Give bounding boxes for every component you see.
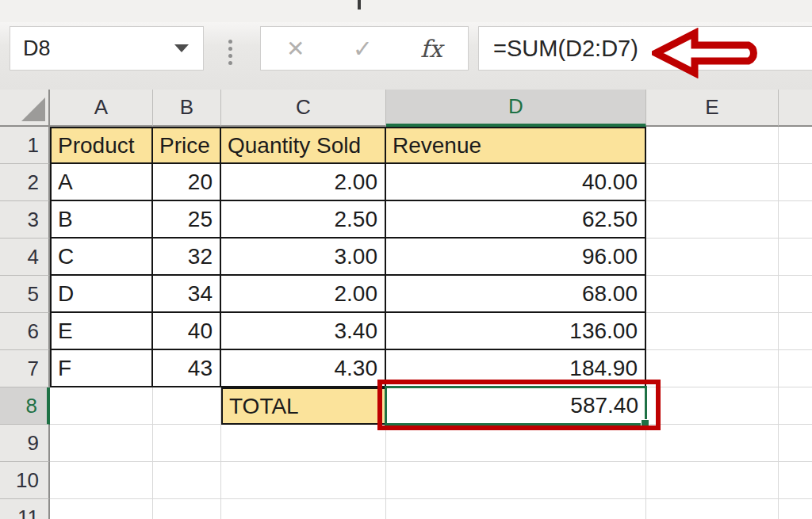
cell-E7[interactable] xyxy=(646,350,779,387)
column-header-C[interactable]: C xyxy=(221,90,386,127)
cell-F6[interactable] xyxy=(779,313,812,350)
cell-B5[interactable]: 34 xyxy=(153,276,221,313)
cell-E3[interactable] xyxy=(646,201,779,239)
cell-F1[interactable] xyxy=(779,127,812,164)
cell-D10[interactable] xyxy=(386,462,646,499)
cell-A2[interactable]: A xyxy=(50,164,153,201)
cell-C1[interactable]: Quantity Sold xyxy=(221,127,386,164)
cell-E9[interactable] xyxy=(646,425,779,462)
cancel-icon[interactable]: ✕ xyxy=(286,36,304,62)
cell-C10[interactable] xyxy=(221,462,386,499)
cell-B3[interactable]: 25 xyxy=(153,201,221,239)
cell-A7[interactable]: F xyxy=(50,350,153,387)
cell-D5[interactable]: 68.00 xyxy=(386,276,646,313)
cell-F8[interactable] xyxy=(779,387,812,425)
row-header-8[interactable]: 8 xyxy=(0,387,50,425)
cell-C4[interactable]: 3.00 xyxy=(221,239,386,276)
cell-B8[interactable] xyxy=(153,387,221,425)
cell-D2[interactable]: 40.00 xyxy=(386,164,646,201)
name-box[interactable]: D8 xyxy=(10,26,204,71)
cell-B11[interactable] xyxy=(153,499,221,519)
column-header-E[interactable]: E xyxy=(646,90,779,127)
column-header-F[interactable] xyxy=(779,90,812,127)
row-header-10[interactable]: 10 xyxy=(0,462,50,499)
name-box-value: D8 xyxy=(10,36,174,61)
cell-E1[interactable] xyxy=(646,127,779,164)
cell-F9[interactable] xyxy=(779,425,812,462)
formula-buttons: ✕ ✓ fx xyxy=(260,26,469,71)
cell-A4[interactable]: C xyxy=(50,239,153,276)
cell-A10[interactable] xyxy=(50,462,153,499)
select-all-triangle-icon xyxy=(21,97,45,121)
cell-A11[interactable] xyxy=(50,499,153,519)
cell-C6[interactable]: 3.40 xyxy=(221,313,386,350)
cell-D6[interactable]: 136.00 xyxy=(386,313,646,350)
formula-text: =SUM(D2:D7) xyxy=(479,36,638,62)
cell-A3[interactable]: B xyxy=(50,201,153,239)
row-header-2[interactable]: 2 xyxy=(0,164,50,201)
cell-B2[interactable]: 20 xyxy=(153,164,221,201)
cell-D11[interactable] xyxy=(386,499,646,519)
cell-F4[interactable] xyxy=(779,239,812,276)
cell-C8[interactable]: TOTAL xyxy=(221,387,386,425)
cell-F10[interactable] xyxy=(779,462,812,499)
row-header-1[interactable]: 1 xyxy=(0,127,50,164)
row-header-9[interactable]: 9 xyxy=(0,425,50,462)
cell-E6[interactable] xyxy=(646,313,779,350)
cell-B9[interactable] xyxy=(153,425,221,462)
cell-D1[interactable]: Revenue xyxy=(386,127,646,164)
left-arrow-icon xyxy=(652,28,776,78)
column-header-D[interactable]: D xyxy=(386,90,646,127)
formula-bar-drag-handle-icon[interactable] xyxy=(228,40,232,65)
cell-C2[interactable]: 2.00 xyxy=(221,164,386,201)
spreadsheet: ABCDE1234567891011ProductPriceQuantity S… xyxy=(0,90,812,519)
cell-B6[interactable]: 40 xyxy=(153,313,221,350)
row-header-5[interactable]: 5 xyxy=(0,276,50,313)
cell-C7[interactable]: 4.30 xyxy=(221,350,386,387)
cell-B7[interactable]: 43 xyxy=(153,350,221,387)
cell-A6[interactable]: E xyxy=(50,313,153,350)
cell-D3[interactable]: 62.50 xyxy=(386,201,646,239)
cell-F11[interactable] xyxy=(779,499,812,519)
red-highlight-box xyxy=(377,380,661,430)
cell-B10[interactable] xyxy=(153,462,221,499)
name-box-dropdown-icon[interactable] xyxy=(174,44,189,52)
enter-icon[interactable]: ✓ xyxy=(353,35,373,63)
column-header-B[interactable]: B xyxy=(153,90,221,127)
row-header-4[interactable]: 4 xyxy=(0,239,50,276)
cell-F3[interactable] xyxy=(779,201,812,239)
cell-E8[interactable] xyxy=(646,387,779,425)
cell-F2[interactable] xyxy=(779,164,812,201)
row-header-6[interactable]: 6 xyxy=(0,313,50,350)
cell-D9[interactable] xyxy=(386,425,646,462)
cell-A8[interactable] xyxy=(50,387,153,425)
cell-B1[interactable]: Price xyxy=(153,127,221,164)
cropped-ui-fragment xyxy=(358,0,361,10)
cell-E10[interactable] xyxy=(646,462,779,499)
cell-A9[interactable] xyxy=(50,425,153,462)
row-header-3[interactable]: 3 xyxy=(0,201,50,239)
cell-C5[interactable]: 2.00 xyxy=(221,276,386,313)
window-top-strip xyxy=(0,0,812,22)
select-all-button[interactable] xyxy=(0,90,50,127)
column-header-A[interactable]: A xyxy=(50,90,153,127)
cell-E4[interactable] xyxy=(646,239,779,276)
cell-F7[interactable] xyxy=(779,350,812,387)
cell-C11[interactable] xyxy=(221,499,386,519)
cell-A5[interactable]: D xyxy=(50,276,153,313)
cell-C3[interactable]: 2.50 xyxy=(221,201,386,239)
row-header-11[interactable]: 11 xyxy=(0,499,50,519)
cell-F5[interactable] xyxy=(779,276,812,313)
cell-C9[interactable] xyxy=(221,425,386,462)
cell-B4[interactable]: 32 xyxy=(153,239,221,276)
row-header-7[interactable]: 7 xyxy=(0,350,50,387)
cell-E5[interactable] xyxy=(646,276,779,313)
cell-D4[interactable]: 96.00 xyxy=(386,239,646,276)
insert-function-icon[interactable]: fx xyxy=(420,35,442,63)
cell-A1[interactable]: Product xyxy=(50,127,153,164)
cell-E2[interactable] xyxy=(646,164,779,201)
cell-E11[interactable] xyxy=(646,499,779,519)
